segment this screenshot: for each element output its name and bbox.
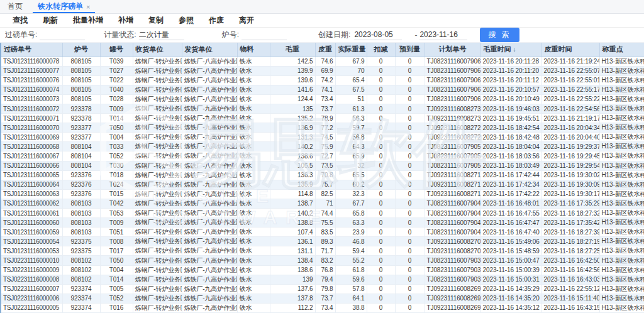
tab-home[interactable]: 首页 xyxy=(0,0,30,13)
toolbar-reference-button[interactable]: 参照 xyxy=(171,15,201,26)
create-date-label: 创建日期: xyxy=(318,30,350,40)
cell: 铁水 xyxy=(237,85,270,94)
toolbar-refresh-button[interactable]: 刷新 xyxy=(35,15,65,26)
table-row[interactable]: TSJ02231116000006923374T052炼钢厂-转炉业务区炼铁厂-… xyxy=(1,294,644,303)
toolbar-find-button[interactable]: 查找 xyxy=(5,15,35,26)
weigh-no-input[interactable] xyxy=(40,30,85,40)
column-header-6[interactable]: 物料 xyxy=(237,43,270,57)
toolbar-copy-button[interactable]: 复制 xyxy=(141,15,171,26)
cell: 铁水 xyxy=(237,237,270,246)
sort-desc-icon: ↓ xyxy=(513,46,516,53)
table-row[interactable]: TSJ02231116000005923374T016炼钢厂-转炉业务区炼铁厂-… xyxy=(1,303,644,312)
cell: T015 xyxy=(100,189,133,199)
cell: H13-新区铁水秤 xyxy=(599,123,644,133)
cell: TJ08231116007903 xyxy=(425,275,480,284)
column-header-14[interactable]: 皮重时间 xyxy=(541,43,599,57)
cell: 2023-11-16 22:55:07 xyxy=(541,66,599,75)
cell: H13-新区铁水秤 xyxy=(599,85,644,94)
cell: 炼铁厂-九高炉作业区 xyxy=(182,104,237,113)
cell: 2023-11-16 18:03:56 xyxy=(480,151,541,161)
table-row[interactable]: TSJ01231116000068808104T033炼钢厂-转炉业务区炼铁厂-… xyxy=(1,142,644,151)
table-row[interactable]: TSJ01231116000076808105T022炼钢厂-转炉业务区炼铁厂-… xyxy=(1,75,644,85)
table-row[interactable]: TSJ01231116000064923376T024炼钢厂-转炉业务区炼铁厂-… xyxy=(1,180,644,189)
table-row[interactable]: TSJ01231116000069923377T004炼钢厂-转炉业务区炼铁厂-… xyxy=(1,133,644,142)
cell: 铁水 xyxy=(237,256,270,265)
table-row[interactable]: TSJ01231116000073808105T028炼钢厂-转炉业务区炼铁厂-… xyxy=(1,94,644,104)
toolbar-batch-add-button[interactable]: 批量补增 xyxy=(65,15,111,26)
close-icon[interactable]: × xyxy=(86,3,90,11)
cell: 0 xyxy=(367,142,395,151)
cell: 2023-11-16 19:29:54 xyxy=(541,161,599,170)
table-row[interactable]: TSJ01231116000053923375T017炼钢厂-转炉业务区炼铁厂-… xyxy=(1,246,644,256)
toolbar-void-button[interactable]: 作废 xyxy=(201,15,231,26)
column-header-13[interactable]: 毛重时间↓ xyxy=(480,43,541,57)
table-row[interactable]: TSJ01231116000062808103T042炼钢厂-转炉业务区炼铁厂-… xyxy=(1,199,644,208)
table-row[interactable]: TSJ01231116000077808105T027炼钢厂-转炉业务区炼铁厂-… xyxy=(1,66,644,75)
column-header-12[interactable]: 计划单号 xyxy=(425,43,480,57)
table-row[interactable]: TSJ02231116000007923374T005炼钢厂-转炉业务区炼铁厂-… xyxy=(1,284,644,294)
table-row[interactable]: TSJ01231116000071923378T014炼钢厂-转炉业务区炼铁厂-… xyxy=(1,114,644,123)
toolbar-leave-button[interactable]: 离开 xyxy=(231,15,262,26)
furnace-no-input[interactable] xyxy=(242,30,287,40)
cell: TSJ01231116000064 xyxy=(1,180,62,189)
table-row[interactable]: TSJ01231116000061808103T053炼钢厂-转炉业务区炼铁厂-… xyxy=(1,209,644,218)
table-row[interactable]: TSJ01231116000065923376T018炼钢厂-转炉业务区炼铁厂-… xyxy=(1,170,644,180)
cell: 808104 xyxy=(62,161,100,170)
cell: 炼钢厂-转炉业务区 xyxy=(133,75,182,85)
table-row[interactable]: TSJ01231116000074808105T040炼钢厂-转炉业务区炼铁厂-… xyxy=(1,85,644,94)
cell: 0 xyxy=(395,228,425,237)
filter-bar: 过磅单号: 计量状态: 炉号: 创建日期: - 搜 索 xyxy=(0,28,644,43)
cell: 923374 xyxy=(62,284,100,294)
table-row[interactable]: TSJ01231116000063923376T015炼钢厂-转炉业务区炼铁厂-… xyxy=(1,189,644,199)
cell: 0 xyxy=(367,284,395,294)
column-header-8[interactable]: 皮重 xyxy=(315,43,335,57)
column-header-11[interactable]: 预到量 xyxy=(395,43,425,57)
column-header-1[interactable]: 过磅单号 xyxy=(1,43,62,57)
cell: 138.7 xyxy=(270,199,315,208)
cell: 2023-11-16 22:55:22 xyxy=(541,94,599,104)
cell: 2023-11-16 18:03:49 xyxy=(480,161,541,170)
table-row[interactable]: TSJ01231116000072923378T009炼钢厂-转炉业务区炼铁厂-… xyxy=(1,104,644,113)
cell: 0 xyxy=(395,94,425,104)
cell: TJ08231116007906 xyxy=(425,66,480,75)
cell: H13-新区铁水秤 xyxy=(599,294,644,303)
tab-molten-iron-transfer[interactable]: 铁水转序磅单 × xyxy=(30,0,97,13)
measure-status-select[interactable] xyxy=(139,30,184,40)
cell: TSJ01231116000062 xyxy=(1,199,62,208)
cell: 808102 xyxy=(62,275,100,284)
toolbar-add-button[interactable]: 补增 xyxy=(111,15,141,26)
column-header-7[interactable]: 毛重 xyxy=(270,43,315,57)
table-row[interactable]: TSJ01231116000059808103T051炼钢厂-转炉业务区炼铁厂-… xyxy=(1,228,644,237)
column-header-10[interactable]: 扣减 xyxy=(367,43,395,57)
column-header-2[interactable]: 炉号 xyxy=(62,43,100,57)
cell: 79.4 xyxy=(315,275,335,284)
cell: 铁水 xyxy=(237,180,270,189)
date-from-input[interactable] xyxy=(354,30,402,40)
column-header-3[interactable]: 罐号 xyxy=(100,43,133,57)
table-row[interactable]: TSJ02231116000008808102T014炼钢厂-转炉业务区炼铁厂-… xyxy=(1,275,644,284)
cell: 136.1 xyxy=(270,237,315,246)
column-header-4[interactable]: 收货单位 xyxy=(133,43,182,57)
table-row[interactable]: TSJ02231116000010808102T050炼钢厂-转炉业务区炼铁厂-… xyxy=(1,256,644,265)
search-button[interactable]: 搜 索 xyxy=(480,28,519,42)
cell: 138.8 xyxy=(270,218,315,228)
cell: H13-新区铁水秤 xyxy=(599,57,644,66)
column-header-5[interactable]: 发货单位 xyxy=(182,43,237,57)
column-header-9[interactable]: 实际重量 xyxy=(335,43,367,57)
column-header-15[interactable]: 称重点 xyxy=(599,43,644,57)
table-row[interactable]: TSJ01231116000066808104T030炼钢厂-转炉业务区炼铁厂-… xyxy=(1,161,644,170)
cell: 73.7 xyxy=(315,294,335,303)
table-row[interactable]: TSJ01231116000054923375T008炼钢厂-转炉业务区炼铁厂-… xyxy=(1,237,644,246)
table-row[interactable]: TSJ01231116000070923377T050炼钢厂-转炉业务区炼铁厂-… xyxy=(1,123,644,133)
table-row[interactable]: TSJ02231116000009808102T004炼钢厂-转炉业务区炼铁厂-… xyxy=(1,265,644,275)
cell: 炼钢厂-转炉业务区 xyxy=(133,94,182,104)
cell: 2023-11-16 16:43:03 xyxy=(541,275,599,284)
table-row[interactable]: TSJ01231116000060808103T009炼钢厂-转炉业务区炼铁厂-… xyxy=(1,218,644,228)
table-header-row: 过磅单号炉号罐号收货单位发货单位物料毛重皮重实际重量扣减预到量计划单号毛重时间↓… xyxy=(1,43,644,57)
date-to-input[interactable] xyxy=(419,30,467,40)
table-row[interactable]: TSJ01231116000078808105T039炼钢厂-转炉业务区炼铁厂-… xyxy=(1,57,644,66)
cell: 64.1 xyxy=(335,294,367,303)
tab-current-label: 铁水转序磅单 xyxy=(38,1,83,12)
table-row[interactable]: TSJ01231116000067808104T052炼钢厂-转炉业务区炼铁厂-… xyxy=(1,151,644,161)
cell: 0 xyxy=(395,275,425,284)
